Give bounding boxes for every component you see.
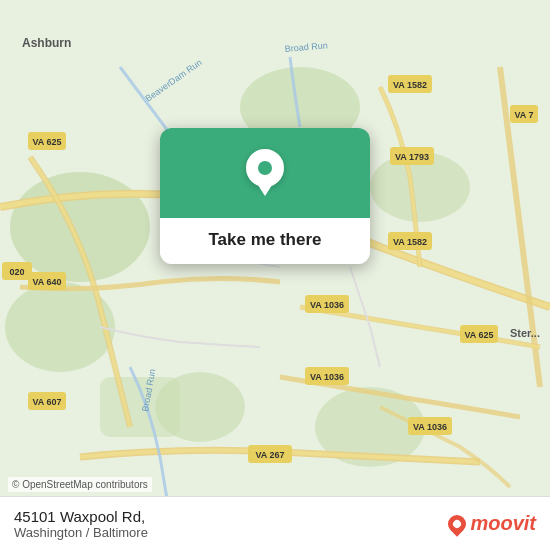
- svg-text:VA 7: VA 7: [514, 110, 533, 120]
- svg-text:Ster...: Ster...: [510, 327, 540, 339]
- info-bar: 45101 Waxpool Rd, Washington / Baltimore…: [0, 496, 550, 550]
- card-action-area[interactable]: Take me there: [160, 218, 370, 264]
- moovit-brand-text: moovit: [470, 512, 536, 535]
- take-me-there-button[interactable]: Take me there: [208, 230, 321, 250]
- location-pin: [246, 149, 284, 197]
- svg-text:VA 1582: VA 1582: [393, 80, 427, 90]
- copyright-notice: © OpenStreetMap contributors: [8, 477, 152, 492]
- moovit-logo: moovit: [448, 512, 536, 535]
- city-line: Washington / Baltimore: [14, 525, 148, 540]
- svg-text:VA 625: VA 625: [32, 137, 61, 147]
- address-info: 45101 Waxpool Rd, Washington / Baltimore: [14, 508, 148, 540]
- svg-text:VA 1036: VA 1036: [310, 372, 344, 382]
- map-container: VA 625 VA 1582 VA 7 VA 1793 VA 640 VA 15…: [0, 0, 550, 550]
- svg-text:VA 625: VA 625: [464, 330, 493, 340]
- svg-text:VA 1582: VA 1582: [393, 237, 427, 247]
- svg-text:020: 020: [9, 267, 24, 277]
- svg-text:VA 267: VA 267: [255, 450, 284, 460]
- svg-text:VA 1036: VA 1036: [310, 300, 344, 310]
- card-map-preview: [160, 128, 370, 218]
- svg-text:Ashburn: Ashburn: [22, 36, 71, 50]
- svg-text:VA 1793: VA 1793: [395, 152, 429, 162]
- svg-text:VA 1036: VA 1036: [413, 422, 447, 432]
- moovit-pin-icon: [445, 511, 470, 536]
- take-me-there-card[interactable]: Take me there: [160, 128, 370, 264]
- svg-text:VA 640: VA 640: [32, 277, 61, 287]
- map-background: VA 625 VA 1582 VA 7 VA 1793 VA 640 VA 15…: [0, 0, 550, 550]
- address-line: 45101 Waxpool Rd,: [14, 508, 148, 525]
- svg-text:VA 607: VA 607: [32, 397, 61, 407]
